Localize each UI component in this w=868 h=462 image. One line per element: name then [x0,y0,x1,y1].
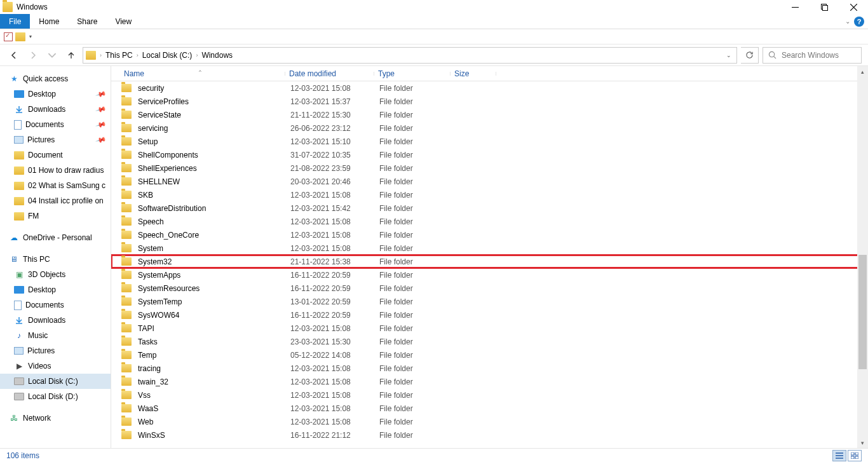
sidebar-quick-access[interactable]: ★Quick access [0,71,111,86]
sidebar-folder-2[interactable]: 02 What is SamSung c [0,178,111,193]
file-row[interactable]: ShellComponents31-07-2022 10:35File fold… [111,148,868,161]
file-row[interactable]: Speech12-03-2021 15:08File folder [111,215,868,228]
tab-file[interactable]: File [0,14,30,29]
sidebar-desktop[interactable]: Desktop📌 [0,86,111,102]
file-row[interactable]: SoftwareDistribution12-03-2021 15:42File… [111,201,868,215]
chevron-right-icon[interactable]: › [194,52,199,58]
chevron-right-icon[interactable]: › [98,52,103,58]
maximize-button[interactable] [810,0,839,14]
scrollbar[interactable]: ▴ ▾ [857,66,868,448]
file-row[interactable]: TAPI12-03-2021 15:08File folder [111,322,868,335]
crumb-windows[interactable]: Windows [199,51,235,60]
new-folder-icon[interactable] [15,32,25,41]
file-date: 12-03-2021 15:08 [287,418,376,426]
sidebar-folder-3[interactable]: 04 Install icc profile on [0,193,111,208]
column-headers: Name^ Date modified Type Size [111,66,868,81]
file-row[interactable]: Temp05-12-2022 14:08File folder [111,348,868,362]
search-input[interactable]: Search Windows [763,47,862,64]
sidebar-pictures[interactable]: Pictures📌 [0,132,111,147]
folder-icon [3,2,13,12]
file-row[interactable]: WaaS12-03-2021 15:08File folder [111,402,868,415]
col-name[interactable]: Name^ [120,69,285,78]
details-view-button[interactable] [832,450,846,461]
file-row[interactable]: SystemApps16-11-2022 20:59File folder [111,268,868,282]
refresh-button[interactable] [741,47,759,64]
tab-home[interactable]: Home [30,14,68,29]
sidebar-downloads-2[interactable]: Downloads [0,313,111,328]
col-date[interactable]: Date modified [285,69,374,78]
sidebar-downloads[interactable]: Downloads📌 [0,102,111,117]
sidebar-local-disk-d[interactable]: Local Disk (D:) [0,389,111,404]
close-button[interactable] [839,0,868,14]
sidebar-music[interactable]: ♪Music [0,328,111,343]
file-row[interactable]: ShellExperiences21-08-2022 23:59File fol… [111,161,868,175]
file-row[interactable]: SysWOW6416-11-2022 20:59File folder [111,308,868,322]
file-name: twain_32 [138,377,287,386]
file-row[interactable]: SKB12-03-2021 15:08File folder [111,188,868,201]
file-row[interactable]: ServiceProfiles12-03-2021 15:37File fold… [111,95,868,108]
scroll-down-icon[interactable]: ▾ [857,437,868,448]
sidebar-desktop-2[interactable]: Desktop [0,282,111,297]
crumb-local-disk-c[interactable]: Local Disk (C:) [140,51,195,60]
file-name: SKB [138,191,287,200]
file-name: SystemTemp [138,297,287,306]
file-row[interactable]: tracing12-03-2021 15:08File folder [111,362,868,375]
recent-dropdown[interactable] [44,48,60,63]
qat-dropdown-icon[interactable]: ▾ [29,34,32,39]
file-row[interactable]: security12-03-2021 15:08File folder [111,81,868,95]
sidebar-3d-objects[interactable]: ▣3D Objects [0,267,111,282]
file-name: SystemApps [138,271,287,280]
chevron-right-icon[interactable]: › [135,52,140,58]
file-row[interactable]: twain_3212-03-2021 15:08File folder [111,375,868,388]
folder-icon [14,166,24,175]
folder-icon [121,217,132,226]
sidebar-network[interactable]: 🖧Network [0,411,111,426]
address-bar[interactable]: › This PC › Local Disk (C:) › Windows ⌄ [83,47,737,64]
file-row[interactable]: servicing26-06-2022 23:12File folder [111,121,868,135]
sidebar-documents-2[interactable]: Documents [0,297,111,313]
sidebar-onedrive[interactable]: ☁OneDrive - Personal [0,230,111,245]
sidebar-videos[interactable]: ▶Videos [0,358,111,374]
sidebar-pictures-2[interactable]: Pictures [0,343,111,358]
file-row[interactable]: System12-03-2021 15:08File folder [111,241,868,255]
file-row[interactable]: Tasks23-03-2021 15:30File folder [111,335,868,348]
tab-share[interactable]: Share [68,14,106,29]
tab-view[interactable]: View [106,14,140,29]
file-row[interactable]: SHELLNEW20-03-2021 20:46File folder [111,175,868,188]
file-row[interactable]: System3221-11-2022 15:38File folder [111,255,868,268]
col-size[interactable]: Size [451,69,496,78]
documents-icon [14,301,22,310]
file-row[interactable]: Speech_OneCore12-03-2021 15:08File folde… [111,228,868,241]
scroll-up-icon[interactable]: ▴ [857,66,868,77]
help-icon[interactable]: ? [854,17,864,27]
sidebar-this-pc[interactable]: 🖥This PC [0,252,111,267]
file-row[interactable]: Web12-03-2021 15:08File folder [111,415,868,428]
forward-button[interactable] [25,48,41,63]
file-row[interactable]: SystemResources16-11-2022 20:59File fold… [111,282,868,295]
icons-view-button[interactable] [848,450,862,461]
sidebar-document[interactable]: Document [0,147,111,163]
sidebar-documents[interactable]: Documents📌 [0,117,111,132]
pin-icon: 📌 [95,104,107,115]
file-row[interactable]: Setup12-03-2021 15:10File folder [111,135,868,148]
back-button[interactable] [6,48,22,63]
scroll-track[interactable] [857,77,868,437]
minimize-button[interactable] [780,0,810,14]
file-date: 26-06-2022 23:12 [287,124,376,133]
file-row[interactable]: SystemTemp13-01-2022 20:59File folder [111,295,868,308]
chevron-down-icon[interactable]: ⌄ [845,18,850,25]
svg-rect-6 [855,456,858,459]
sidebar-local-disk-c[interactable]: Local Disk (C:) [0,374,111,389]
col-type[interactable]: Type [374,69,451,78]
crumb-this-pc[interactable]: This PC [103,51,135,60]
sidebar-folder-1[interactable]: 01 How to draw radius [0,163,111,178]
file-row[interactable]: Vss12-03-2021 15:08File folder [111,388,868,402]
address-history-icon[interactable]: ⌄ [726,52,731,58]
pin-icon: 📌 [95,119,107,130]
up-button[interactable] [64,48,79,63]
sidebar-folder-fm[interactable]: FM [0,208,111,224]
properties-icon[interactable] [4,32,13,41]
file-row[interactable]: ServiceState21-11-2022 15:30File folder [111,108,868,121]
scroll-thumb[interactable] [858,255,867,369]
file-row[interactable]: WinSxS16-11-2022 21:12File folder [111,428,868,442]
